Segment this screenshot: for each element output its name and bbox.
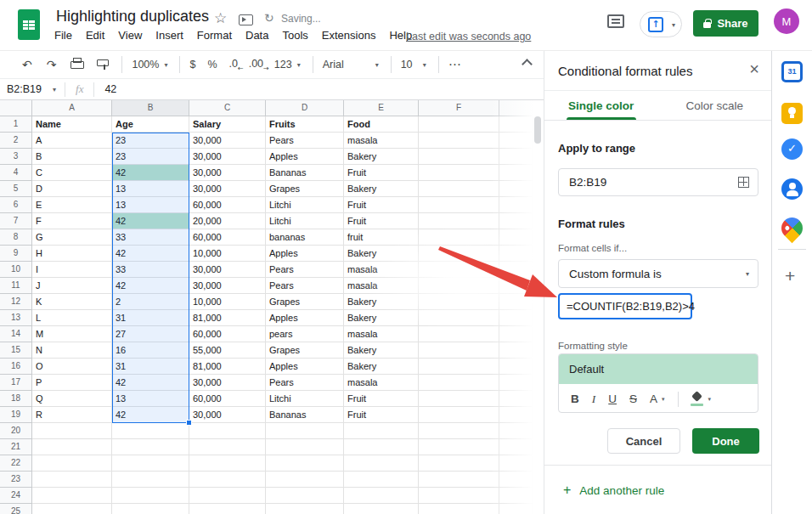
strikethrough-button[interactable]: S <box>629 393 637 405</box>
cell[interactable]: B <box>32 149 112 165</box>
column-header[interactable]: A <box>32 100 112 116</box>
maps-icon[interactable] <box>777 213 807 243</box>
cell[interactable] <box>112 504 189 514</box>
fill-color-button[interactable] <box>691 393 703 406</box>
document-title[interactable]: Highlighting duplicates <box>56 8 209 25</box>
row-header[interactable]: 1 <box>0 116 32 133</box>
cell[interactable]: Fruit <box>344 165 419 181</box>
text-color-button[interactable]: A <box>650 393 657 405</box>
font-select[interactable]: Arial <box>323 59 370 71</box>
redo-button[interactable]: ↷ <box>47 58 57 71</box>
cell[interactable] <box>266 439 344 455</box>
italic-button[interactable]: I <box>592 393 596 406</box>
cell[interactable]: Pears <box>266 133 344 149</box>
cell[interactable] <box>32 488 112 504</box>
cell[interactable] <box>112 439 189 455</box>
cell[interactable]: Bakery <box>344 149 419 165</box>
cell[interactable]: 30,000 <box>189 133 266 149</box>
column-header[interactable]: F <box>419 100 499 116</box>
sheets-logo-icon[interactable] <box>18 9 40 40</box>
cell[interactable]: Litchi <box>266 391 344 407</box>
keep-icon[interactable] <box>781 103 803 124</box>
cell[interactable]: Food <box>344 116 419 133</box>
chevron-down-icon[interactable]: ▾ <box>53 86 56 93</box>
cell[interactable] <box>344 439 419 455</box>
cell[interactable]: Bakery <box>344 342 419 359</box>
cell[interactable] <box>344 488 419 504</box>
decrease-decimal-button[interactable]: .0← <box>229 58 244 72</box>
menu-insert[interactable]: Insert <box>155 29 183 42</box>
cell[interactable]: 60,000 <box>189 326 266 342</box>
column-header[interactable]: C <box>189 100 266 116</box>
row-header[interactable]: 10 <box>0 262 32 278</box>
cell[interactable] <box>419 504 499 514</box>
bold-button[interactable]: B <box>571 393 579 405</box>
cell[interactable]: masala <box>344 133 419 149</box>
cell[interactable] <box>419 342 499 359</box>
tasks-icon[interactable]: ✓ <box>781 138 803 160</box>
cell[interactable]: H <box>32 246 112 262</box>
underline-button[interactable]: U <box>608 393 617 405</box>
cell[interactable] <box>266 504 344 514</box>
condition-dropdown[interactable]: Custom formula is ▾ <box>558 259 758 288</box>
menu-data[interactable]: Data <box>245 29 268 42</box>
menu-extensions[interactable]: Extensions <box>322 29 376 42</box>
cell[interactable]: 55,000 <box>189 342 266 359</box>
cell[interactable]: K <box>32 294 112 310</box>
cell[interactable]: Fruits <box>266 116 344 133</box>
present-button[interactable]: ↑ ▾ <box>640 11 682 37</box>
add-another-rule-button[interactable]: + Add another rule <box>563 483 664 498</box>
cell[interactable]: D <box>32 181 112 197</box>
contacts-icon[interactable] <box>781 178 803 200</box>
cell[interactable]: M <box>32 326 112 342</box>
row-header[interactable]: 3 <box>0 149 32 165</box>
done-button[interactable]: Done <box>692 428 759 454</box>
menu-view[interactable]: View <box>118 29 142 42</box>
cell[interactable] <box>419 149 499 165</box>
cancel-button[interactable]: Cancel <box>607 428 680 454</box>
cell[interactable]: masala <box>344 375 419 391</box>
cell[interactable] <box>419 116 499 133</box>
cell[interactable]: R <box>32 407 112 423</box>
row-header[interactable]: 13 <box>0 310 32 326</box>
cell[interactable]: Apples <box>266 149 344 165</box>
row-header[interactable]: 15 <box>0 342 32 359</box>
calendar-icon[interactable]: 31 <box>781 61 803 82</box>
row-header[interactable]: 12 <box>0 294 32 310</box>
cell[interactable]: 81,000 <box>189 310 266 326</box>
row-header[interactable]: 19 <box>0 407 32 423</box>
cell[interactable] <box>344 455 419 472</box>
cell[interactable]: Bakery <box>344 181 419 197</box>
cell[interactable] <box>419 407 499 423</box>
row-header[interactable]: 22 <box>0 455 32 472</box>
menu-file[interactable]: File <box>54 29 72 42</box>
cell[interactable]: Pears <box>266 262 344 278</box>
cell[interactable] <box>419 133 499 149</box>
print-button[interactable] <box>70 60 82 70</box>
row-header[interactable]: 7 <box>0 213 32 229</box>
cell[interactable]: A <box>32 133 112 149</box>
cell[interactable]: Fruit <box>344 391 419 407</box>
cell[interactable]: F <box>32 213 112 229</box>
row-header[interactable]: 11 <box>0 278 32 294</box>
cell[interactable] <box>189 455 266 472</box>
cell[interactable]: Litchi <box>266 213 344 229</box>
row-header[interactable]: 14 <box>0 326 32 342</box>
cell[interactable] <box>419 375 499 391</box>
cell[interactable] <box>266 488 344 504</box>
cell[interactable]: pears <box>266 326 344 342</box>
cell[interactable] <box>32 504 112 514</box>
font-size-select[interactable]: 10 <box>401 59 418 71</box>
row-header[interactable]: 8 <box>0 229 32 246</box>
menu-format[interactable]: Format <box>197 29 232 42</box>
undo-button[interactable]: ↶ <box>22 58 32 71</box>
cell[interactable] <box>189 423 266 439</box>
menu-tools[interactable]: Tools <box>282 29 307 42</box>
cell[interactable]: Grapes <box>266 181 344 197</box>
cell[interactable] <box>32 472 112 488</box>
cell[interactable] <box>419 359 499 375</box>
cell[interactable] <box>419 391 499 407</box>
cell[interactable] <box>112 472 189 488</box>
cell[interactable]: Apples <box>266 359 344 375</box>
cell[interactable]: Fruit <box>344 197 419 213</box>
